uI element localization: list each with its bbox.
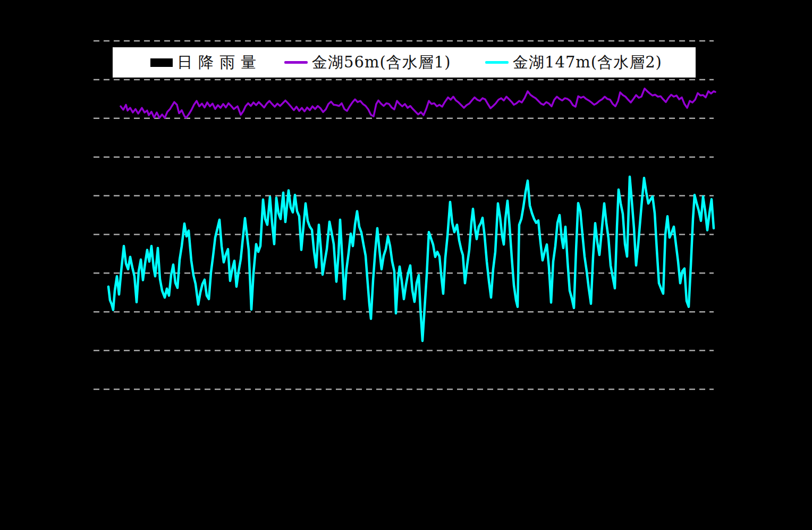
- well-56m-line-swatch: [284, 61, 308, 64]
- legend-label-well-147m: 金湖147m(含水層2): [513, 55, 662, 70]
- series-line-well-56m: [121, 89, 715, 118]
- legend-label-well-56m: 金湖56m(含水層1): [312, 55, 451, 70]
- legend-item-rainfall: 日降雨量: [150, 47, 262, 78]
- rainfall-bar-swatch: [150, 58, 173, 67]
- series-line-well-147m: [108, 177, 714, 341]
- legend: 日降雨量 金湖56m(含水層1) 金湖147m(含水層2): [113, 47, 696, 78]
- chart-background: 日降雨量 金湖56m(含水層1) 金湖147m(含水層2): [0, 0, 812, 530]
- legend-item-well-56m: 金湖56m(含水層1): [284, 47, 451, 78]
- legend-label-rainfall: 日降雨量: [177, 55, 262, 70]
- legend-item-well-147m: 金湖147m(含水層2): [485, 47, 662, 78]
- chart-plot-area: [0, 0, 812, 530]
- well-147m-line-swatch: [485, 61, 509, 64]
